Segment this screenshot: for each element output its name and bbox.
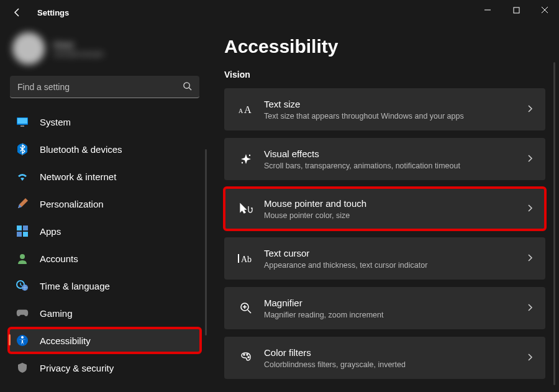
chevron-right-icon [527,253,533,264]
mouse-pointer-icon [237,203,255,215]
svg-rect-10 [17,226,22,230]
card-text-cursor[interactable]: AbText cursorAppearance and thickness, t… [224,237,545,280]
card-title: Visual effects [264,148,527,159]
magnifier-icon [237,302,255,314]
nav-item-accounts[interactable]: Accounts [9,246,201,271]
content-area: Accessibility Vision AAText sizeText siz… [208,25,559,392]
network-icon [16,170,29,183]
minimize-button[interactable] [473,0,502,20]
color-filters-icon [237,352,255,364]
card-desc: Appearance and thickness, text cursor in… [264,261,527,270]
nav-label: Network & internet [40,171,116,182]
nav-label: Personalization [40,199,104,209]
card-text: Text cursorAppearance and thickness, tex… [264,248,527,270]
chevron-right-icon [527,104,533,115]
card-magnifier[interactable]: MagnifierMagnifier reading, zoom increme… [224,287,545,329]
svg-point-31 [248,357,249,358]
nav-label: System [40,117,71,127]
bluetooth-icon [16,143,29,155]
section-label: Vision [224,70,545,80]
chevron-right-icon [527,154,533,165]
card-text-size[interactable]: AAText sizeText size that appears throug… [224,88,545,130]
card-mouse-pointer[interactable]: Mouse pointer and touchMouse pointer col… [224,188,545,230]
chevron-right-icon [527,353,533,363]
card-text: Visual effectsScroll bars, transparency,… [264,148,527,170]
card-title: Mouse pointer and touch [264,198,527,209]
nav-item-system[interactable]: System [9,109,201,134]
svg-rect-1 [514,7,519,13]
card-color-filters[interactable]: Color filtersColorblindness filters, gra… [224,337,545,379]
sidebar-scrollbar[interactable] [205,149,207,335]
close-button[interactable] [530,0,559,20]
svg-point-4 [184,83,189,88]
card-desc: Magnifier reading, zoom increment [264,311,527,319]
nav-label: Bluetooth & devices [40,144,122,155]
svg-rect-7 [17,118,27,124]
svg-point-18 [21,336,24,339]
nav-item-gaming[interactable]: Gaming [9,301,201,326]
content-scrollbar[interactable] [553,62,555,385]
card-list: AAText sizeText size that appears throug… [224,88,545,379]
profile-section[interactable]: User user@example [9,30,201,76]
system-icon [16,116,29,128]
nav-label: Accounts [40,253,78,264]
card-visual-effects[interactable]: Visual effectsScroll bars, transparency,… [224,138,545,180]
card-title: Magnifier [264,298,527,308]
search-row [10,76,199,98]
nav-label: Apps [40,226,61,237]
card-desc: Scroll bars, transparency, animations, n… [264,162,527,170]
nav-item-privacy[interactable]: Privacy & security [9,355,201,380]
svg-point-22 [242,162,243,163]
svg-text:A: A [239,107,243,114]
svg-rect-23 [238,254,239,263]
nav-list: SystemBluetooth & devicesNetwork & inter… [9,109,201,383]
apps-icon [16,225,29,237]
page-title: Accessibility [224,36,545,57]
card-title: Color filters [264,347,527,358]
card-desc: Colorblindness filters, grayscale, inver… [264,360,527,369]
card-title: Text size [264,99,527,109]
nav-item-time[interactable]: Time & language [9,273,201,298]
svg-rect-8 [20,125,24,127]
profile-name: User [53,39,104,50]
nav-label: Gaming [40,308,73,319]
window-controls [473,0,559,20]
nav-label: Accessibility [40,335,91,346]
svg-point-29 [243,354,245,355]
nav-item-bluetooth[interactable]: Bluetooth & devices [9,137,201,162]
back-button[interactable] [11,6,24,19]
app-title: Settings [37,8,69,17]
svg-rect-11 [23,226,28,230]
svg-point-14 [20,254,25,259]
card-text: Mouse pointer and touchMouse pointer col… [264,198,527,220]
card-desc: Text size that appears throughout Window… [264,112,527,121]
maximize-button[interactable] [502,0,530,20]
nav-item-accessibility[interactable]: Accessibility [9,328,201,353]
svg-rect-12 [17,232,22,237]
svg-point-30 [247,354,248,355]
chevron-right-icon [527,303,533,314]
search-icon [183,81,192,93]
sidebar: User user@example SystemBluetooth & devi… [0,25,208,392]
time-icon [16,280,29,292]
gaming-icon [16,307,29,319]
svg-text:A: A [244,104,252,115]
card-title: Text cursor [264,248,527,258]
svg-line-26 [248,310,251,313]
card-text: Color filtersColorblindness filters, gra… [264,347,527,369]
nav-item-personalization[interactable]: Personalization [9,191,201,216]
svg-line-5 [189,88,191,90]
visual-effects-icon [237,153,255,165]
search-input[interactable] [10,76,199,98]
nav-item-network[interactable]: Network & internet [9,164,201,189]
svg-point-21 [249,155,250,156]
accounts-icon [16,252,29,265]
text-cursor-icon: Ab [237,253,255,264]
profile-email: user@example [53,50,104,58]
nav-item-apps[interactable]: Apps [9,219,201,244]
svg-text:Ab: Ab [241,255,252,264]
svg-rect-13 [23,232,28,237]
personalization-icon [16,198,29,210]
card-text: Text sizeText size that appears througho… [264,99,527,121]
accessibility-icon [16,334,29,347]
